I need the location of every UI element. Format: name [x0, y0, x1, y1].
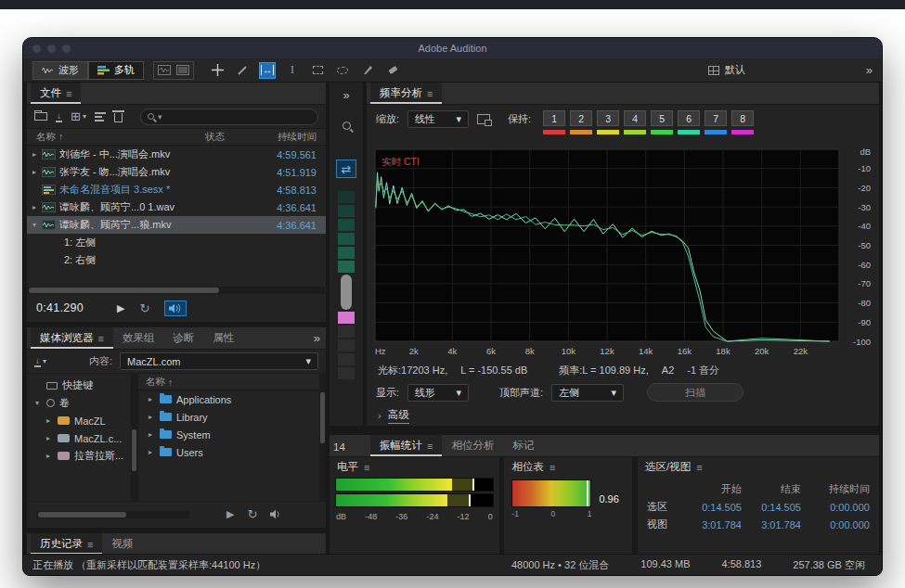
- channel-row[interactable]: 1: 左侧: [27, 234, 326, 251]
- loop-playback-icon[interactable]: ↻: [140, 301, 150, 315]
- expand-icon[interactable]: ▸: [27, 203, 42, 211]
- expand-icon[interactable]: ▸: [146, 413, 155, 421]
- files-horizontal-scrollbar[interactable]: [27, 287, 326, 294]
- tab-markers[interactable]: 标记: [503, 435, 543, 456]
- panel-menu-icon[interactable]: ≡: [427, 441, 433, 452]
- hold-button[interactable]: 4: [624, 110, 646, 126]
- spot-healing-tool-icon[interactable]: [384, 62, 401, 79]
- tab-effects-rack[interactable]: 效果组: [113, 327, 164, 349]
- expand-icon[interactable]: ▸: [44, 452, 53, 460]
- tab-properties[interactable]: 属性: [203, 327, 243, 349]
- folder-row[interactable]: ▸ Applications: [138, 390, 326, 408]
- tab-files[interactable]: 文件 ≡: [31, 83, 81, 104]
- tree-item-volumes[interactable]: ▾ 卷: [27, 394, 137, 412]
- folder-row[interactable]: ▸ Library: [138, 408, 326, 426]
- minimize-window-icon[interactable]: [47, 45, 56, 53]
- list-vertical-scrollbar[interactable]: [319, 374, 326, 501]
- hold-button[interactable]: 7: [705, 110, 727, 126]
- tab-diagnostics[interactable]: 诊断: [163, 327, 203, 349]
- folder-row[interactable]: ▸ Users: [138, 443, 326, 461]
- media-import-button[interactable]: ↓▾: [34, 356, 46, 367]
- hold-button[interactable]: 6: [678, 110, 700, 126]
- panel-menu-icon[interactable]: ≡: [98, 333, 104, 344]
- expand-icon[interactable]: ▸: [146, 448, 155, 456]
- tree-item-shortcuts[interactable]: 快捷键: [27, 377, 137, 394]
- marquee-selection-tool-icon[interactable]: [309, 62, 326, 79]
- play-button[interactable]: ▶: [117, 302, 124, 314]
- file-row-session[interactable]: 未命名混音项目 3.sesx * 4:58.813: [27, 181, 326, 198]
- spectral-view-icon[interactable]: [176, 65, 189, 75]
- panel-menu-icon[interactable]: ≡: [66, 88, 71, 99]
- expand-icon[interactable]: ▸: [44, 416, 53, 425]
- insert-into-multitrack-button[interactable]: [95, 112, 106, 121]
- search-input[interactable]: ▾: [140, 109, 318, 125]
- close-window-icon[interactable]: [32, 45, 41, 53]
- tree-vertical-scrollbar[interactable]: [131, 374, 137, 501]
- time-selection-tool-icon[interactable]: I: [284, 62, 301, 79]
- file-row-selected[interactable]: ▾ 谭咏麟、顾芮宁...狼.mkv 4:36.641: [27, 216, 326, 234]
- tab-history[interactable]: 历史记录 ≡: [31, 533, 102, 555]
- column-name[interactable]: 名称 ↑: [27, 131, 205, 144]
- folder-row[interactable]: ▸ System: [138, 426, 326, 443]
- scrollbar-thumb[interactable]: [320, 392, 325, 443]
- column-status[interactable]: 状态: [205, 131, 253, 144]
- new-item-button[interactable]: ⊞▾: [71, 109, 86, 123]
- brush-selection-tool-icon[interactable]: [359, 62, 376, 79]
- expand-icon[interactable]: ▸: [27, 150, 42, 159]
- lasso-selection-tool-icon[interactable]: [334, 62, 351, 79]
- column-duration[interactable]: 持续时间: [253, 131, 326, 144]
- swap-channels-icon[interactable]: ⇄: [336, 160, 356, 178]
- scale-dropdown[interactable]: 线性 ▾: [407, 110, 469, 128]
- scan-button[interactable]: 扫描: [647, 383, 743, 402]
- tab-phase-analysis[interactable]: 相位分析: [442, 435, 503, 456]
- detach-graph-icon[interactable]: [477, 114, 490, 124]
- panel-overflow-icon[interactable]: »: [314, 331, 320, 345]
- hold-button[interactable]: 5: [651, 110, 673, 126]
- expand-icon[interactable]: ▸: [27, 168, 42, 176]
- expand-icon[interactable]: ▸: [146, 430, 155, 439]
- media-play-button[interactable]: ▶: [226, 508, 234, 520]
- scrollbar-thumb[interactable]: [38, 512, 126, 518]
- scrollbar-thumb[interactable]: [29, 288, 219, 293]
- maximize-window-icon[interactable]: [62, 45, 71, 53]
- workspace-selector[interactable]: 默认: [708, 63, 745, 77]
- media-loop-icon[interactable]: ↻: [247, 507, 257, 521]
- channel-row[interactable]: 2: 右侧: [27, 251, 326, 269]
- strip-scroll-thumb[interactable]: [341, 275, 352, 310]
- slip-tool-icon[interactable]: ↔: [259, 62, 276, 79]
- hold-button[interactable]: 2: [570, 110, 592, 126]
- spectrum-graph[interactable]: dB-10-20-30-40-50-60-70-80-90-100Hz2k4k6…: [367, 146, 879, 361]
- hold-button[interactable]: 1: [543, 110, 565, 126]
- auto-play-toggle[interactable]: [164, 300, 187, 316]
- razor-tool-icon[interactable]: [234, 62, 251, 79]
- panel-menu-icon[interactable]: ≡: [364, 462, 369, 473]
- tab-frequency-analysis[interactable]: 频率分析 ≡: [370, 83, 442, 104]
- hold-button[interactable]: 8: [731, 110, 754, 126]
- waveform-view-icon[interactable]: [158, 65, 171, 75]
- panel-menu-icon[interactable]: ≡: [549, 462, 555, 473]
- media-speaker-icon[interactable]: [270, 509, 283, 519]
- scrollbar-thumb[interactable]: [132, 429, 136, 471]
- import-file-button[interactable]: ↓: [56, 111, 62, 122]
- hold-button[interactable]: 3: [597, 110, 619, 126]
- content-source-dropdown[interactable]: MacZL.com ▾: [120, 352, 318, 370]
- zoom-tool-icon[interactable]: [343, 117, 351, 134]
- tab-media-browser[interactable]: 媒体浏览器 ≡: [31, 327, 113, 349]
- tab-video[interactable]: 视频: [102, 533, 142, 555]
- file-row[interactable]: ▸ 谭咏麟、顾芮宁...0 1.wav 4:36.641: [27, 198, 326, 216]
- top-channel-dropdown[interactable]: 左侧 ▾: [551, 384, 624, 402]
- waveform-button[interactable]: 波形: [32, 61, 88, 80]
- move-tool-icon[interactable]: [209, 62, 226, 79]
- tree-item-drive[interactable]: ▸ MacZL.c...: [27, 429, 137, 447]
- strip-overflow-icon[interactable]: »: [343, 88, 349, 102]
- expand-icon[interactable]: ▸: [146, 395, 155, 403]
- tab-amplitude-statistics[interactable]: 振幅统计 ≡: [370, 435, 442, 456]
- collapse-icon[interactable]: ▾: [32, 399, 42, 407]
- tree-item-drive[interactable]: ▸ MacZL: [27, 412, 137, 429]
- file-row[interactable]: ▸ 刘德华 - 中...演唱会.mkv 4:59.561: [27, 146, 326, 163]
- file-row[interactable]: ▸ 张学友 - 吻...演唱会.mkv 4:51.919: [27, 163, 326, 181]
- tree-item-drive[interactable]: ▸ 拉普拉斯...: [27, 447, 137, 465]
- panel-menu-icon[interactable]: ≡: [696, 462, 702, 473]
- expand-icon[interactable]: ▸: [44, 434, 53, 442]
- media-horizontal-scrollbar[interactable]: [36, 511, 189, 518]
